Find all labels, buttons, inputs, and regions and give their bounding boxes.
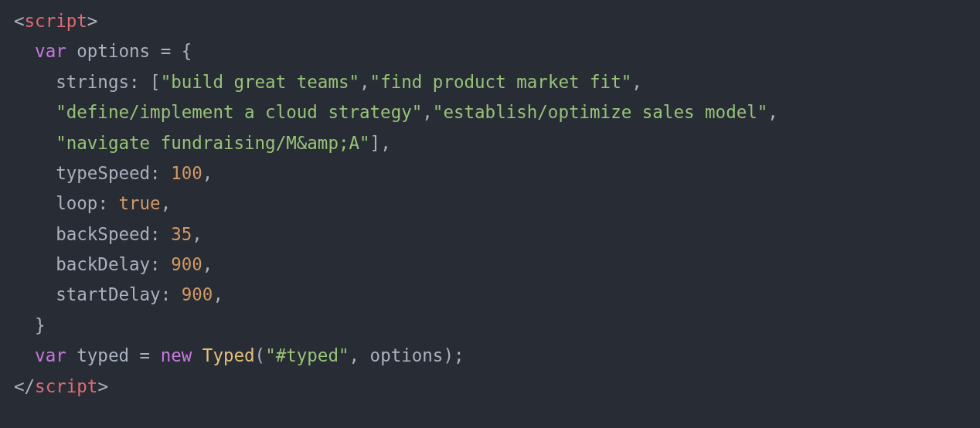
comma: , <box>192 224 202 244</box>
bracket-open: [ <box>150 72 161 92</box>
colon: : <box>161 284 182 304</box>
angle-open: < <box>14 11 25 31</box>
string-literal: "build great teams" <box>161 72 359 92</box>
slash: / <box>25 376 36 396</box>
colon: : <box>97 193 118 213</box>
comma: , <box>202 254 213 274</box>
equals: = <box>129 345 161 365</box>
colon: : <box>150 224 171 244</box>
keyword-var: var <box>35 41 66 61</box>
class-typed: Typed <box>202 345 255 365</box>
string-literal: "navigate fundraising/M&amp;A" <box>56 133 369 153</box>
var-options-ref: options <box>370 345 444 365</box>
comma: , <box>631 72 642 92</box>
number-literal: 100 <box>171 163 202 183</box>
prop-startdelay: startDelay <box>56 284 160 304</box>
tag-script-open: script <box>25 11 87 31</box>
bracket-close: ] <box>370 133 381 153</box>
comma: , <box>359 72 370 92</box>
comma: , <box>380 133 391 153</box>
comma: , <box>349 345 370 365</box>
equals: = <box>150 41 182 61</box>
comma: , <box>213 284 223 304</box>
string-literal: "#typed" <box>265 345 349 365</box>
code-block: <script> var options = { strings: ["buil… <box>0 0 980 408</box>
string-literal: "establish/optimize sales model" <box>433 102 767 122</box>
angle-close: > <box>97 376 108 396</box>
colon: : <box>150 254 171 274</box>
number-literal: 900 <box>182 284 213 304</box>
paren-close: ) <box>443 345 454 365</box>
string-literal: "find product market fit" <box>370 72 632 92</box>
tag-script-close: script <box>35 376 97 396</box>
prop-typespeed: typeSpeed <box>56 163 150 183</box>
boolean-literal: true <box>118 193 160 213</box>
colon: : <box>129 72 150 92</box>
prop-loop: loop <box>56 193 97 213</box>
paren-open: ( <box>255 345 266 365</box>
brace-open: { <box>182 41 192 61</box>
comma: , <box>202 163 213 183</box>
keyword-var: var <box>35 345 66 365</box>
colon: : <box>150 163 171 183</box>
keyword-new: new <box>161 345 192 365</box>
angle-close: > <box>87 11 98 31</box>
string-literal: "define/implement a cloud strategy" <box>56 102 422 122</box>
number-literal: 35 <box>171 224 192 244</box>
semicolon: ; <box>454 345 464 365</box>
prop-backspeed: backSpeed <box>56 224 150 244</box>
comma: , <box>767 102 778 122</box>
var-options: options <box>77 41 150 61</box>
angle-open: < <box>14 376 25 396</box>
comma: , <box>161 193 172 213</box>
number-literal: 900 <box>171 254 202 274</box>
comma: , <box>422 102 433 122</box>
prop-backdelay: backDelay <box>56 254 150 274</box>
prop-strings: strings <box>56 72 129 92</box>
var-typed: typed <box>77 345 129 365</box>
brace-close: } <box>35 315 46 335</box>
